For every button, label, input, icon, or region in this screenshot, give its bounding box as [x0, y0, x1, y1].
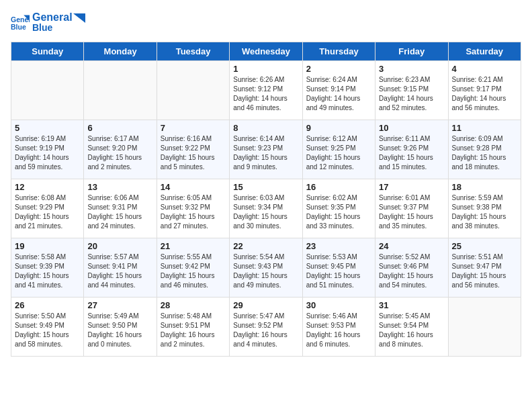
day-number: 8	[233, 123, 298, 133]
day-daylight: Daylight: 15 hours and 58 minutes.	[15, 330, 80, 349]
calendar-cell: 18 Sunrise: 5:59 AM Sunset: 9:38 PM Dayl…	[448, 179, 521, 238]
day-sunrise: Sunrise: 6:17 AM	[87, 134, 152, 144]
day-daylight: Daylight: 15 hours and 27 minutes.	[161, 212, 226, 231]
calendar-cell: 23 Sunrise: 5:53 AM Sunset: 9:45 PM Dayl…	[302, 238, 375, 297]
day-number: 6	[87, 123, 152, 133]
calendar-cell: 25 Sunrise: 5:51 AM Sunset: 9:47 PM Dayl…	[448, 238, 521, 297]
calendar-week-row: 1 Sunrise: 6:26 AM Sunset: 9:12 PM Dayli…	[11, 60, 521, 120]
calendar-cell: 28 Sunrise: 5:48 AM Sunset: 9:51 PM Dayl…	[157, 297, 229, 356]
day-number: 1	[233, 64, 298, 74]
calendar-cell: 29 Sunrise: 5:47 AM Sunset: 9:52 PM Dayl…	[230, 297, 302, 356]
weekday-header-wednesday: Wednesday	[230, 42, 302, 60]
day-sunrise: Sunrise: 6:11 AM	[379, 134, 444, 144]
calendar-table: SundayMondayTuesdayWednesdayThursdayFrid…	[11, 42, 521, 357]
day-sunrise: Sunrise: 6:05 AM	[161, 193, 226, 203]
weekday-header-saturday: Saturday	[448, 42, 521, 60]
day-sunset: Sunset: 9:31 PM	[87, 203, 152, 212]
day-daylight: Daylight: 15 hours and 35 minutes.	[379, 212, 444, 231]
day-sunset: Sunset: 9:17 PM	[452, 85, 517, 94]
calendar-cell: 21 Sunrise: 5:55 AM Sunset: 9:42 PM Dayl…	[157, 238, 229, 297]
day-sunrise: Sunrise: 5:59 AM	[452, 193, 517, 203]
day-sunset: Sunset: 9:32 PM	[161, 203, 226, 212]
day-sunrise: Sunrise: 6:01 AM	[379, 193, 444, 203]
day-sunset: Sunset: 9:19 PM	[15, 144, 80, 153]
day-sunrise: Sunrise: 6:08 AM	[15, 193, 80, 203]
day-sunset: Sunset: 9:23 PM	[233, 144, 298, 153]
day-sunset: Sunset: 9:20 PM	[87, 144, 152, 153]
day-number: 5	[15, 123, 80, 133]
day-number: 18	[452, 182, 517, 192]
calendar-cell: 12 Sunrise: 6:08 AM Sunset: 9:29 PM Dayl…	[11, 179, 84, 238]
calendar-week-row: 5 Sunrise: 6:19 AM Sunset: 9:19 PM Dayli…	[11, 120, 521, 179]
day-sunset: Sunset: 9:29 PM	[15, 203, 80, 212]
day-sunrise: Sunrise: 6:26 AM	[233, 75, 298, 85]
day-sunrise: Sunrise: 5:47 AM	[233, 312, 298, 321]
day-sunrise: Sunrise: 6:09 AM	[452, 134, 517, 144]
day-sunrise: Sunrise: 5:45 AM	[379, 312, 444, 321]
day-sunset: Sunset: 9:12 PM	[233, 85, 298, 94]
day-number: 15	[233, 182, 298, 192]
day-sunrise: Sunrise: 6:02 AM	[306, 193, 371, 203]
calendar-cell: 16 Sunrise: 6:02 AM Sunset: 9:35 PM Dayl…	[302, 179, 375, 238]
day-daylight: Daylight: 15 hours and 41 minutes.	[15, 271, 80, 290]
day-daylight: Daylight: 15 hours and 5 minutes.	[161, 153, 226, 172]
day-sunrise: Sunrise: 6:16 AM	[161, 134, 226, 144]
svg-marker-3	[73, 13, 85, 23]
calendar-cell: 13 Sunrise: 6:06 AM Sunset: 9:31 PM Dayl…	[84, 179, 157, 238]
weekday-header-thursday: Thursday	[302, 42, 375, 60]
day-number: 13	[87, 182, 152, 192]
calendar-cell: 1 Sunrise: 6:26 AM Sunset: 9:12 PM Dayli…	[230, 60, 302, 120]
day-sunset: Sunset: 9:26 PM	[379, 144, 444, 153]
logo-icon: General Blue	[11, 13, 30, 32]
calendar-cell: 31 Sunrise: 5:45 AM Sunset: 9:54 PM Dayl…	[375, 297, 448, 356]
calendar-cell: 15 Sunrise: 6:03 AM Sunset: 9:34 PM Dayl…	[230, 179, 302, 238]
day-sunrise: Sunrise: 5:57 AM	[87, 253, 152, 262]
day-daylight: Daylight: 15 hours and 2 minutes.	[87, 153, 152, 172]
calendar-cell: 27 Sunrise: 5:49 AM Sunset: 9:50 PM Dayl…	[84, 297, 157, 356]
day-sunset: Sunset: 9:35 PM	[306, 203, 371, 212]
day-sunrise: Sunrise: 5:58 AM	[15, 253, 80, 262]
day-sunset: Sunset: 9:22 PM	[161, 144, 226, 153]
day-daylight: Daylight: 16 hours and 0 minutes.	[87, 330, 152, 349]
day-number: 28	[161, 300, 226, 310]
day-number: 9	[306, 123, 371, 133]
day-sunset: Sunset: 9:43 PM	[233, 262, 298, 271]
day-sunrise: Sunrise: 5:46 AM	[306, 312, 371, 321]
day-sunset: Sunset: 9:52 PM	[233, 321, 298, 330]
calendar-week-row: 12 Sunrise: 6:08 AM Sunset: 9:29 PM Dayl…	[11, 179, 521, 238]
day-sunset: Sunset: 9:38 PM	[452, 203, 517, 212]
logo-blue: Blue	[32, 22, 85, 34]
calendar-cell: 24 Sunrise: 5:52 AM Sunset: 9:46 PM Dayl…	[375, 238, 448, 297]
day-daylight: Daylight: 15 hours and 21 minutes.	[15, 212, 80, 231]
calendar-cell	[84, 60, 157, 120]
day-sunset: Sunset: 9:28 PM	[452, 144, 517, 153]
day-sunset: Sunset: 9:49 PM	[15, 321, 80, 330]
calendar-week-row: 26 Sunrise: 5:50 AM Sunset: 9:49 PM Dayl…	[11, 297, 521, 356]
day-sunrise: Sunrise: 6:24 AM	[306, 75, 371, 85]
day-daylight: Daylight: 14 hours and 56 minutes.	[452, 94, 517, 113]
day-number: 26	[15, 300, 80, 310]
day-sunset: Sunset: 9:41 PM	[87, 262, 152, 271]
calendar-cell: 10 Sunrise: 6:11 AM Sunset: 9:26 PM Dayl…	[375, 120, 448, 179]
calendar-cell: 20 Sunrise: 5:57 AM Sunset: 9:41 PM Dayl…	[84, 238, 157, 297]
day-number: 12	[15, 182, 80, 192]
calendar-cell: 30 Sunrise: 5:46 AM Sunset: 9:53 PM Dayl…	[302, 297, 375, 356]
day-sunset: Sunset: 9:37 PM	[379, 203, 444, 212]
calendar-week-row: 19 Sunrise: 5:58 AM Sunset: 9:39 PM Dayl…	[11, 238, 521, 297]
page-header: General Blue General Blue	[11, 11, 521, 34]
day-number: 22	[233, 241, 298, 251]
weekday-header-sunday: Sunday	[11, 42, 84, 60]
calendar-cell: 4 Sunrise: 6:21 AM Sunset: 9:17 PM Dayli…	[448, 60, 521, 120]
day-sunrise: Sunrise: 5:52 AM	[379, 253, 444, 262]
day-daylight: Daylight: 15 hours and 12 minutes.	[306, 153, 371, 172]
day-sunset: Sunset: 9:54 PM	[379, 321, 444, 330]
calendar-cell: 3 Sunrise: 6:23 AM Sunset: 9:15 PM Dayli…	[375, 60, 448, 120]
calendar-cell: 6 Sunrise: 6:17 AM Sunset: 9:20 PM Dayli…	[84, 120, 157, 179]
day-sunset: Sunset: 9:45 PM	[306, 262, 371, 271]
calendar-cell	[448, 297, 521, 356]
day-number: 2	[306, 64, 371, 74]
day-daylight: Daylight: 16 hours and 8 minutes.	[379, 330, 444, 349]
day-number: 23	[306, 241, 371, 251]
day-daylight: Daylight: 15 hours and 56 minutes.	[452, 271, 517, 290]
day-number: 27	[87, 300, 152, 310]
